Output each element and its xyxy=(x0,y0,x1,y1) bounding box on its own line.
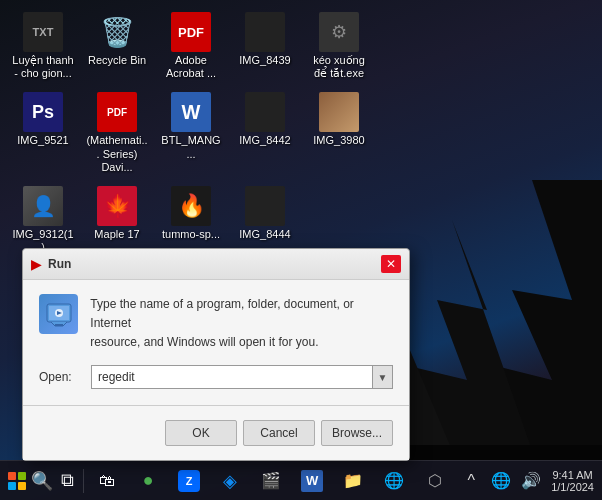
keo-xuong-label: kéo xuống để tắt.exe xyxy=(308,54,370,80)
desktop-icon-tummo[interactable]: 🔥 tummo-sp... xyxy=(156,182,226,245)
desktop-icon-keo-xuong[interactable]: ⚙ kéo xuống để tắt.exe xyxy=(304,8,374,84)
taskbar-store-btn[interactable]: 🛍 xyxy=(87,463,127,499)
btl-mang-label: BTL_MANG... xyxy=(160,134,222,160)
lc-icon: ● xyxy=(143,470,154,491)
taskbar: 🔍 ⧉ 🛍 ● Z ◈ 🎬 W xyxy=(0,460,602,500)
img3980-icon xyxy=(319,92,359,132)
dialog-buttons: OK Cancel Browse... xyxy=(39,420,393,446)
edge-icon: 🌐 xyxy=(384,471,404,490)
luyen-thanh-label: Luyện thanh - cho gion... xyxy=(12,54,74,80)
tray-volume[interactable]: 🔊 xyxy=(517,463,545,499)
keo-xuong-icon: ⚙ xyxy=(319,12,359,52)
taskbar-zalo-btn[interactable]: Z xyxy=(169,463,209,499)
tray-clock[interactable]: 9:41 AM 1/1/2024 xyxy=(547,469,598,493)
desktop-icon-img8442[interactable]: IMG_8442 xyxy=(230,88,300,151)
search-icon: 🔍 xyxy=(31,470,53,492)
recycle-bin-label: Recycle Bin xyxy=(88,54,146,67)
ok-button[interactable]: OK xyxy=(165,420,237,446)
taskbar-separator-1 xyxy=(83,469,84,493)
store-icon: 🛍 xyxy=(99,472,115,490)
img8442-icon xyxy=(245,92,285,132)
open-label: Open: xyxy=(39,370,83,384)
windows-logo xyxy=(8,472,26,490)
taskbar-extra-btn[interactable]: ⬡ xyxy=(415,463,455,499)
dialog-open-row: Open: ▼ xyxy=(39,365,393,389)
tray-time-text: 9:41 AM xyxy=(551,469,594,481)
math-series-icon: PDF xyxy=(97,92,137,132)
btl-mang-icon: W xyxy=(171,92,211,132)
tray-network[interactable]: 🌐 xyxy=(487,463,515,499)
vscode-icon: ◈ xyxy=(223,470,237,492)
popcorn-icon: 🎬 xyxy=(261,471,281,490)
run-input[interactable] xyxy=(91,365,373,389)
taskbar-vscode-btn[interactable]: ◈ xyxy=(210,463,250,499)
img9521-label: IMG_9521 xyxy=(17,134,68,147)
dialog-description: Type the name of a program, folder, docu… xyxy=(90,294,393,351)
taskbar-folder-btn[interactable]: 📁 xyxy=(333,463,373,499)
desktop-icon-recycle-bin[interactable]: 🗑️ Recycle Bin xyxy=(82,8,152,71)
maple17-icon: 🍁 xyxy=(97,186,137,226)
maple17-label: Maple 17 xyxy=(94,228,139,241)
desktop-icon-btl-mang[interactable]: W BTL_MANG... xyxy=(156,88,226,164)
icon-row-2: Ps IMG_9521 PDF (Mathemati... Series) Da… xyxy=(8,88,594,178)
taskbar-edge-btn[interactable]: 🌐 xyxy=(374,463,414,499)
img8442-label: IMG_8442 xyxy=(239,134,290,147)
svg-rect-7 xyxy=(55,324,63,326)
tummo-icon: 🔥 xyxy=(171,186,211,226)
extra-icon: ⬡ xyxy=(428,471,442,490)
taskbar-apps: 🛍 ● Z ◈ 🎬 W 📁 🌐 ⬡ xyxy=(87,463,455,499)
dialog-desc-text: Type the name of a program, folder, docu… xyxy=(90,297,353,349)
img8439-label: IMG_8439 xyxy=(239,54,290,67)
tummo-label: tummo-sp... xyxy=(162,228,220,241)
run-icon xyxy=(39,294,78,334)
task-view-button[interactable]: ⧉ xyxy=(56,463,79,499)
word-taskbar-icon: W xyxy=(301,470,323,492)
img8444-icon xyxy=(245,186,285,226)
taskbar-word-btn[interactable]: W xyxy=(292,463,332,499)
start-button[interactable] xyxy=(4,463,29,499)
dropdown-arrow[interactable]: ▼ xyxy=(373,365,393,389)
cancel-button[interactable]: Cancel xyxy=(243,420,315,446)
dialog-titlebar: ▶ Run ✕ xyxy=(23,249,409,280)
desktop-icon-img9521[interactable]: Ps IMG_9521 xyxy=(8,88,78,151)
taskbar-popcorn-btn[interactable]: 🎬 xyxy=(251,463,291,499)
input-wrapper: ▼ xyxy=(91,365,393,389)
icon-row-3: 👤 IMG_9312(1) 🍁 Maple 17 🔥 tummo-sp... xyxy=(8,182,594,258)
tray-chevron[interactable]: ^ xyxy=(457,463,485,499)
img8439-icon xyxy=(245,12,285,52)
desktop-icon-math-series[interactable]: PDF (Mathemati... Series) Davi... xyxy=(82,88,152,178)
recycle-bin-icon: 🗑️ xyxy=(97,12,137,52)
icon-row-1: TXT Luyện thanh - cho gion... 🗑️ Recycle… xyxy=(8,8,594,84)
adobe-acrobat-label: Adobe Acrobat ... xyxy=(160,54,222,80)
dialog-info: Type the name of a program, folder, docu… xyxy=(39,294,393,351)
browse-button[interactable]: Browse... xyxy=(321,420,393,446)
img9312-icon: 👤 xyxy=(23,186,63,226)
desktop-icon-maple17[interactable]: 🍁 Maple 17 xyxy=(82,182,152,245)
search-button[interactable]: 🔍 xyxy=(31,463,54,499)
system-tray: ^ 🌐 🔊 9:41 AM 1/1/2024 xyxy=(457,463,598,499)
desktop-icon-img8444[interactable]: IMG_8444 xyxy=(230,182,300,245)
desktop: TXT Luyện thanh - cho gion... 🗑️ Recycle… xyxy=(0,0,602,500)
zalo-icon: Z xyxy=(178,470,200,492)
img8444-label: IMG_8444 xyxy=(239,228,290,241)
run-dialog: ▶ Run ✕ Type the name xyxy=(22,248,410,461)
desktop-icon-img9312[interactable]: 👤 IMG_9312(1) xyxy=(8,182,78,258)
adobe-acrobat-icon: PDF xyxy=(171,12,211,52)
img3980-label: IMG_3980 xyxy=(313,134,364,147)
luyen-thanh-icon: TXT xyxy=(23,12,63,52)
desktop-icon-img8439[interactable]: IMG_8439 xyxy=(230,8,300,71)
task-view-icon: ⧉ xyxy=(61,470,74,491)
desktop-icon-img3980[interactable]: IMG_3980 xyxy=(304,88,374,151)
run-title-icon: ▶ xyxy=(31,256,42,272)
folder-icon: 📁 xyxy=(343,471,363,490)
desktop-icon-luyen-thanh[interactable]: TXT Luyện thanh - cho gion... xyxy=(8,8,78,84)
img9521-icon: Ps xyxy=(23,92,63,132)
dialog-body: Type the name of a program, folder, docu… xyxy=(23,280,409,460)
dialog-close-button[interactable]: ✕ xyxy=(381,255,401,273)
taskbar-lc-btn[interactable]: ● xyxy=(128,463,168,499)
dialog-title-text: Run xyxy=(48,257,375,271)
dialog-separator xyxy=(23,405,409,406)
tray-date-text: 1/1/2024 xyxy=(551,481,594,493)
desktop-icon-adobe-acrobat[interactable]: PDF Adobe Acrobat ... xyxy=(156,8,226,84)
math-series-label: (Mathemati... Series) Davi... xyxy=(86,134,148,174)
